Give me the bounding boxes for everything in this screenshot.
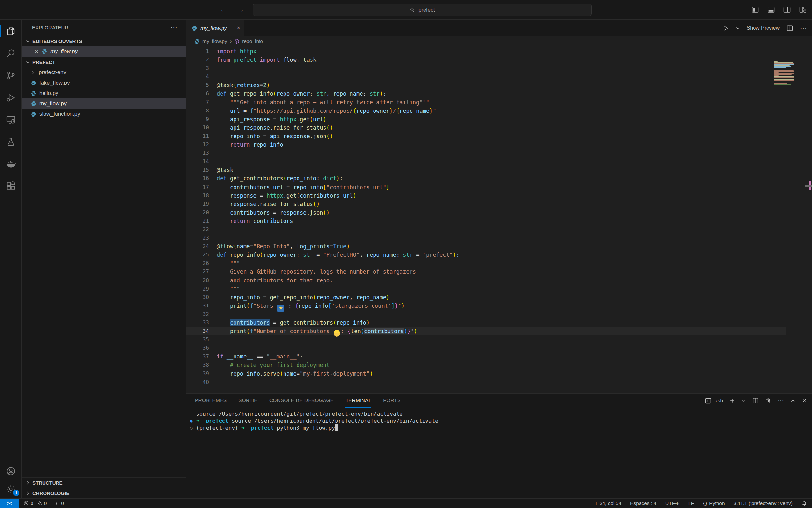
code-line-27[interactable]: 27 Given a GitHub repository, logs the n… (186, 267, 786, 276)
shell-label[interactable]: zsh (715, 398, 723, 404)
project-section[interactable]: PREFECT (22, 57, 186, 67)
language-mode[interactable]: { }Python (703, 501, 725, 506)
ports-status[interactable]: 0 (54, 501, 64, 506)
bell-icon[interactable] (801, 501, 807, 506)
code-line-8[interactable]: 8 url = f"https://api.github.com/repos/{… (186, 107, 786, 115)
code-line-4[interactable]: 4 (186, 73, 786, 81)
panel-tab-PROBLÈMES[interactable]: PROBLÈMES (195, 393, 227, 408)
code-line-23[interactable]: 23 (186, 234, 786, 242)
code-line-13[interactable]: 13 (186, 149, 786, 157)
new-terminal-icon[interactable] (729, 397, 736, 404)
more-actions-icon[interactable]: ⋯ (800, 24, 807, 32)
code-line-30[interactable]: 30 repo_info = get_repo_info(repo_owner,… (186, 293, 786, 302)
toggle-secondary-sidebar-icon[interactable] (783, 6, 791, 14)
code-line-32[interactable]: 32 (186, 310, 786, 319)
code-line-12[interactable]: 12 return repo_info (186, 140, 786, 149)
terminal-profile-chevron-icon[interactable] (742, 399, 746, 403)
tree-item-prefect-env[interactable]: prefect-env (22, 67, 186, 78)
kill-terminal-trash-icon[interactable] (765, 397, 771, 404)
run-icon[interactable] (722, 25, 729, 32)
code-line-18[interactable]: 18 response = httpx.get(contributors_url… (186, 192, 786, 200)
customize-layout-icon[interactable] (799, 6, 807, 14)
code-line-11[interactable]: 11 repo_info = api_response.json() (186, 132, 786, 140)
code-line-37[interactable]: 37if __name__ == "__main__": (186, 352, 786, 361)
code-line-34[interactable]: 34 print(f"Number of contributors 👷: {le… (186, 327, 786, 335)
code-line-31[interactable]: 31 print(f"Stars 🌠 : {repo_info['stargaz… (186, 302, 786, 310)
eol[interactable]: LF (688, 501, 694, 506)
code-line-25[interactable]: 25def repo_info(repo_owner: str = "Prefe… (186, 251, 786, 259)
code-line-22[interactable]: 22 (186, 225, 786, 234)
code-line-6[interactable]: 6def get_repo_info(repo_owner: str, repo… (186, 89, 786, 98)
back-arrow-icon[interactable]: ← (220, 5, 227, 14)
code-line-39[interactable]: 39 repo_info.serve(name="my-first-deploy… (186, 370, 786, 378)
code-line-29[interactable]: 29 """ (186, 285, 786, 293)
code-line-20[interactable]: 20 contributors = response.json() (186, 208, 786, 217)
close-icon[interactable]: × (35, 48, 38, 55)
problems-status[interactable]: 0 0 (23, 501, 47, 506)
activity-explorer[interactable] (0, 20, 21, 42)
code-line-24[interactable]: 24@flow(name="Repo Info", log_prints=Tru… (186, 242, 786, 251)
breadcrumb-symbol[interactable]: repo_info (242, 38, 263, 44)
tree-item-hello.py[interactable]: hello.py (22, 88, 186, 98)
activity-run-debug[interactable] (0, 86, 21, 109)
tree-item-fake_flow.py[interactable]: fake_flow.py (22, 78, 186, 88)
tab-my-flow[interactable]: my_flow.py × (186, 19, 244, 36)
activity-search[interactable] (0, 42, 21, 65)
toggle-sidebar-icon[interactable] (751, 6, 759, 14)
code-line-28[interactable]: 28 and contributors for that repo. (186, 276, 786, 285)
cursor-position[interactable]: L 34, col 54 (596, 501, 622, 506)
code-line-14[interactable]: 14 (186, 157, 786, 166)
tree-item-slow_function.py[interactable]: slow_function.py (22, 109, 186, 119)
activity-extensions[interactable] (0, 175, 21, 197)
minimap[interactable] (774, 48, 794, 86)
code-editor[interactable]: 1import httpx2from prefect import flow, … (186, 46, 812, 393)
activity-testing[interactable] (0, 131, 21, 153)
code-line-10[interactable]: 10 api_response.raise_for_status() (186, 124, 786, 132)
open-editors-section[interactable]: ÉDITEURS OUVERTS (22, 36, 186, 46)
activity-source-control[interactable] (0, 65, 21, 86)
open-editor-my-flow[interactable]: × my_flow.py (22, 46, 186, 57)
panel-tab-CONSOLE DE DÉBOGAGE[interactable]: CONSOLE DE DÉBOGAGE (269, 393, 334, 408)
maximize-panel-icon[interactable] (790, 398, 796, 404)
tree-item-my_flow.py[interactable]: my_flow.py (22, 98, 186, 109)
panel-tab-TERMINAL[interactable]: TERMINAL (345, 393, 371, 408)
code-line-35[interactable]: 35 (186, 335, 786, 344)
code-line-21[interactable]: 21 return contributors (186, 217, 786, 225)
code-line-1[interactable]: 1import httpx (186, 47, 786, 55)
forward-arrow-icon[interactable]: → (237, 5, 244, 14)
show-preview-button[interactable]: Show Preview (747, 25, 779, 31)
split-terminal-icon[interactable] (752, 397, 759, 404)
sidebar-more-icon[interactable]: ⋯ (171, 24, 178, 32)
activity-docker[interactable] (0, 153, 21, 175)
remote-indicator[interactable]: >< (0, 499, 18, 508)
encoding[interactable]: UTF-8 (665, 501, 679, 506)
activity-account[interactable] (0, 462, 21, 480)
code-line-33[interactable]: 33 contributors = get_contributors(repo_… (186, 319, 786, 327)
command-center-search[interactable]: prefect (253, 4, 592, 16)
code-line-3[interactable]: 3 (186, 64, 786, 73)
code-line-36[interactable]: 36 (186, 344, 786, 352)
close-panel-icon[interactable] (802, 398, 807, 404)
code-line-40[interactable]: 40 (186, 378, 786, 386)
activity-remote-explorer[interactable] (0, 109, 21, 131)
timeline-section[interactable]: CHRONOLOGIE (22, 488, 186, 498)
code-line-9[interactable]: 9 api_response = httpx.get(url) (186, 115, 786, 124)
code-line-17[interactable]: 17 contributors_url = repo_info["contrib… (186, 183, 786, 192)
panel-tab-SORTIE[interactable]: SORTIE (238, 393, 257, 408)
code-line-19[interactable]: 19 response.raise_for_status() (186, 200, 786, 208)
tab-close-icon[interactable]: × (237, 25, 240, 32)
terminal-output[interactable]: source /Users/henricourdent/git/prefect/… (186, 408, 812, 498)
code-line-5[interactable]: 5@task(retries=2) (186, 81, 786, 89)
split-editor-icon[interactable] (786, 25, 793, 32)
structure-section[interactable]: STRUCTURE (22, 477, 186, 488)
code-line-16[interactable]: 16def get_contributors(repo_info: dict): (186, 174, 786, 183)
code-line-38[interactable]: 38 # create your first deployment (186, 361, 786, 369)
indentation[interactable]: Espaces : 4 (630, 501, 657, 506)
code-line-26[interactable]: 26 """ (186, 259, 786, 267)
code-line-7[interactable]: 7 """Get info about a repo — will retry … (186, 98, 786, 107)
python-interpreter[interactable]: 3.11.1 ('prefect-env': venv) (734, 501, 793, 506)
panel-tab-PORTS[interactable]: PORTS (383, 393, 400, 408)
breadcrumb-file[interactable]: my_flow.py (202, 38, 227, 44)
run-dropdown-chevron-icon[interactable] (736, 26, 740, 30)
code-line-2[interactable]: 2from prefect import flow, task (186, 55, 786, 64)
